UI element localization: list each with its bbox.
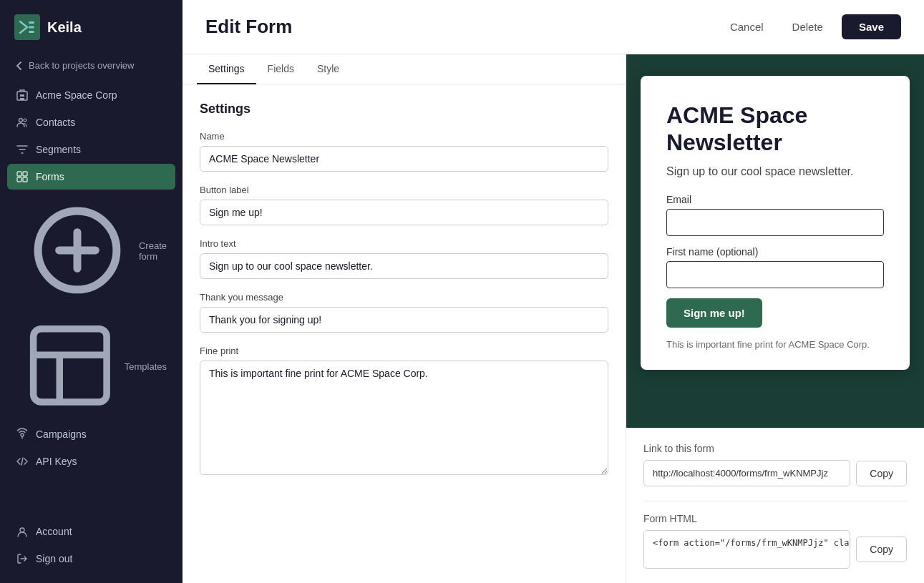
svg-rect-6 xyxy=(22,94,24,97)
svg-rect-10 xyxy=(17,172,21,176)
sidebar-item-create-form[interactable]: Create form xyxy=(14,191,175,312)
svg-rect-13 xyxy=(23,177,27,182)
sidebar-bottom: Account Sign out xyxy=(0,511,183,583)
preview-first-name-label: First name (optional) xyxy=(666,246,884,258)
user-icon xyxy=(16,525,29,538)
sidebar-item-label: API Keys xyxy=(36,456,77,467)
radio-icon xyxy=(16,428,29,441)
logout-icon xyxy=(16,552,29,565)
svg-rect-15 xyxy=(34,329,107,402)
html-row: <form action="/forms/frm_wKNMPJjz" class… xyxy=(643,530,907,569)
cancel-button[interactable]: Cancel xyxy=(720,15,774,39)
thank-you-label: Thank you message xyxy=(200,292,608,303)
grid-icon xyxy=(16,170,29,183)
sidebar-item-segments[interactable]: Segments xyxy=(7,137,175,162)
thank-you-field-group: Thank you message xyxy=(200,292,608,333)
tab-style[interactable]: Style xyxy=(306,54,351,84)
sidebar-item-label: Forms xyxy=(36,171,64,182)
page-title: Edit Form xyxy=(205,16,292,38)
copy-html-button[interactable]: Copy xyxy=(856,537,907,562)
thank-you-input[interactable] xyxy=(200,307,608,333)
sidebar-item-label: Segments xyxy=(36,144,81,155)
left-panel: Settings Fields Style Settings Name Butt… xyxy=(183,54,626,583)
back-arrow-icon xyxy=(14,61,24,71)
code-icon xyxy=(16,455,29,468)
content-area: Settings Fields Style Settings Name Butt… xyxy=(183,54,924,583)
template-icon xyxy=(23,318,117,415)
sidebar-item-templates[interactable]: Templates xyxy=(14,313,175,420)
forms-sub-nav: Create form Templates xyxy=(7,191,175,420)
sidebar-item-contacts[interactable]: Contacts xyxy=(7,109,175,135)
preview-email-input[interactable] xyxy=(666,209,884,236)
fine-print-label: Fine print xyxy=(200,346,608,356)
sidebar-item-label: Campaigns xyxy=(36,428,87,440)
logo[interactable]: Keila xyxy=(0,0,183,54)
fine-print-textarea[interactable]: This is important fine print for ACME Sp… xyxy=(200,361,608,475)
sidebar-item-acme-space-corp[interactable]: Acme Space Corp xyxy=(7,82,175,108)
sidebar-item-api-keys[interactable]: API Keys xyxy=(7,449,175,474)
back-to-projects[interactable]: Back to projects overview xyxy=(0,54,183,82)
name-label: Name xyxy=(200,131,608,142)
sidebar-item-label: Contacts xyxy=(36,117,75,128)
svg-rect-12 xyxy=(17,177,21,182)
tab-bar: Settings Fields Style xyxy=(183,54,626,84)
intro-text-label: Intro text xyxy=(200,238,608,249)
svg-rect-2 xyxy=(29,26,34,29)
name-field-group: Name xyxy=(200,131,608,172)
plus-circle-icon xyxy=(23,196,132,307)
svg-rect-3 xyxy=(29,31,34,33)
settings-title: Settings xyxy=(200,102,608,117)
link-section: Link to this form Copy xyxy=(626,428,924,501)
link-section-label: Link to this form xyxy=(643,443,907,454)
building-icon xyxy=(16,89,29,102)
preview-submit-button[interactable]: Sign me up! xyxy=(666,298,762,328)
form-preview-area: ACME Space Newsletter Sign up to our coo… xyxy=(626,54,924,428)
html-section-label: Form HTML xyxy=(643,501,907,524)
sidebar-sub-item-label: Create form xyxy=(139,240,167,262)
save-button[interactable]: Save xyxy=(842,14,901,39)
name-input[interactable] xyxy=(200,146,608,172)
link-row: Copy xyxy=(643,460,907,486)
html-textarea[interactable]: <form action="/forms/frm_wKNMPJjz" class… xyxy=(643,530,850,569)
preview-first-name-input[interactable] xyxy=(666,261,884,288)
sidebar-item-label: Account xyxy=(36,526,72,537)
users-icon xyxy=(16,116,29,129)
preview-title: ACME Space Newsletter xyxy=(666,102,884,157)
sidebar-item-label: Sign out xyxy=(36,553,72,564)
svg-rect-11 xyxy=(23,172,27,176)
keila-logo-icon xyxy=(14,14,40,40)
sidebar-item-account[interactable]: Account xyxy=(7,519,175,544)
intro-text-field-group: Intro text xyxy=(200,238,608,279)
preview-fine-print: This is important fine print for ACME Sp… xyxy=(666,339,884,350)
logo-text: Keila xyxy=(47,19,82,36)
copy-link-button[interactable]: Copy xyxy=(856,461,907,486)
main-header: Edit Form Cancel Delete Save xyxy=(183,0,924,54)
preview-intro: Sign up to our cool space newsletter. xyxy=(666,165,884,178)
button-label-field-group: Button label xyxy=(200,185,608,225)
filter-icon xyxy=(16,143,29,156)
sidebar-item-campaigns[interactable]: Campaigns xyxy=(7,421,175,447)
sidebar-item-forms[interactable]: Forms xyxy=(7,164,175,190)
delete-button[interactable]: Delete xyxy=(782,15,833,39)
intro-text-input[interactable] xyxy=(200,253,608,279)
sidebar-item-sign-out[interactable]: Sign out xyxy=(7,546,175,572)
main-nav: Acme Space Corp Contacts Segments Forms xyxy=(0,82,183,511)
form-preview-card: ACME Space Newsletter Sign up to our coo… xyxy=(641,76,910,370)
link-input[interactable] xyxy=(643,460,850,486)
svg-rect-7 xyxy=(20,98,24,100)
preview-email-label: Email xyxy=(666,194,884,205)
svg-rect-5 xyxy=(20,94,22,97)
settings-panel: Settings Name Button label Intro text Th… xyxy=(183,84,626,583)
svg-point-17 xyxy=(20,528,24,532)
tab-fields[interactable]: Fields xyxy=(256,54,306,84)
main-content: Edit Form Cancel Delete Save Settings Fi… xyxy=(183,0,924,583)
tab-settings[interactable]: Settings xyxy=(197,54,256,84)
sidebar-item-label: Acme Space Corp xyxy=(36,89,117,101)
svg-point-9 xyxy=(24,119,26,122)
button-label-input[interactable] xyxy=(200,200,608,225)
sidebar-sub-item-label: Templates xyxy=(125,361,167,372)
sidebar: Keila Back to projects overview Acme Spa… xyxy=(0,0,183,583)
right-panel: ACME Space Newsletter Sign up to our coo… xyxy=(626,54,924,583)
svg-rect-1 xyxy=(29,21,34,24)
header-actions: Cancel Delete Save xyxy=(720,14,901,39)
